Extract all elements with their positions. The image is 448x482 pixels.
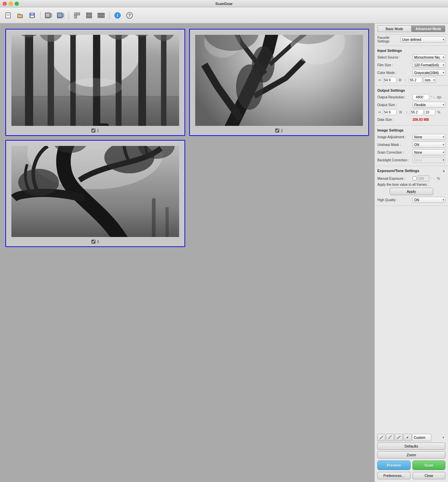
film-size-select[interactable]: 120 Format(6x6) (413, 62, 445, 68)
scan-button[interactable] (55, 10, 66, 21)
favorite-settings-select-wrapper: User defined (400, 36, 445, 43)
open-button[interactable] (15, 10, 25, 21)
select-source-select[interactable]: Monochrome Nega... (413, 54, 445, 60)
color-mode-row: Color Mode : Grayscale(16bit) (377, 69, 445, 76)
svg-rect-29 (100, 16, 102, 18)
unsharp-mask-wrapper: ON (413, 142, 445, 148)
resolution-stepper[interactable]: ⌃⌄ (430, 95, 435, 99)
frame-label-2: 2 (275, 129, 283, 133)
apply-button[interactable]: Apply (390, 188, 433, 195)
backlight-correction-select[interactable]: None (413, 157, 445, 163)
close-window-button[interactable] (3, 2, 7, 6)
unit-wrapper: mm (423, 77, 436, 83)
input-settings-section: Input Settings Select Source : Monochrom… (375, 46, 448, 86)
svg-rect-26 (100, 13, 102, 15)
frame-checkbox-3[interactable] (91, 240, 95, 244)
width-icon: ⇔ (377, 78, 382, 82)
output-height-field[interactable] (410, 109, 424, 115)
output-width-field[interactable] (383, 109, 396, 115)
scan-preview-button[interactable] (43, 10, 54, 21)
curve-linear-button[interactable] (377, 434, 385, 441)
image-adjustment-wrapper: None (413, 134, 445, 140)
close-button[interactable]: Close (413, 472, 446, 479)
grid-view-button[interactable] (84, 10, 94, 21)
color-mode-select[interactable]: Grayscale(16bit) (413, 70, 445, 76)
manual-exposure-row: Manual Exposure : ⌃⌄ % (377, 175, 445, 182)
image-settings-section: Image Settings Image Adjustment : None U… (375, 126, 448, 166)
curve-point-button[interactable] (403, 434, 412, 441)
custom-select-wrapper: Custom (412, 434, 445, 441)
image-adjustment-select[interactable]: None (413, 134, 445, 140)
favorite-settings-select[interactable]: User defined (400, 36, 445, 43)
main-layout: 1 (0, 23, 448, 482)
exposure-header: Exposure/Tone Settings ▲ (377, 167, 445, 174)
help-button[interactable]: ? (124, 10, 135, 21)
panel-spacer (375, 206, 448, 341)
maximize-window-button[interactable] (15, 2, 19, 6)
svg-text:?: ? (128, 13, 131, 18)
exposure-collapse-button[interactable]: ▲ (442, 169, 445, 172)
unsharp-mask-select[interactable]: ON (413, 142, 445, 148)
scan-button[interactable]: Scan (413, 461, 446, 470)
resolution-field[interactable] (413, 94, 429, 100)
output-settings-header: Output Settings (377, 88, 445, 92)
svg-point-67 (18, 169, 59, 196)
frame-label-1: 1 (91, 129, 99, 133)
output-scale-field[interactable] (425, 109, 435, 115)
backlight-correction-label: Backlight Correction : (377, 158, 413, 162)
high-quality-row: High Quality : ON (377, 196, 445, 203)
info-button[interactable]: i (112, 10, 123, 21)
title-bar: ScanGear (0, 0, 448, 7)
frame-checkbox-1[interactable] (91, 129, 95, 133)
svg-rect-12 (74, 13, 77, 15)
svg-rect-21 (86, 13, 89, 15)
exposure-header-label: Exposure/Tone Settings (377, 169, 419, 173)
manual-exposure-stepper[interactable]: ⌃⌄ (430, 177, 435, 180)
dpi-unit: dpi (437, 95, 441, 99)
out-width-icon: ⇔ (377, 110, 382, 114)
svg-rect-38 (25, 35, 33, 126)
mode-buttons: Basic Mode Advanced Mode (375, 23, 448, 34)
basic-mode-button[interactable]: Basic Mode (377, 25, 412, 32)
frame-checkbox-2[interactable] (275, 129, 279, 133)
svg-line-14 (76, 13, 76, 14)
window-controls[interactable] (3, 2, 19, 6)
input-height-field[interactable] (409, 77, 422, 83)
save-button[interactable] (27, 10, 38, 21)
preview-button[interactable]: Preview (377, 461, 410, 470)
multipage-view-button[interactable] (96, 10, 106, 21)
frame-image-3 (11, 146, 179, 237)
zoom-button[interactable]: Zoom (377, 451, 445, 459)
unit-select[interactable]: mm (423, 77, 436, 83)
defaults-button[interactable]: Defaults (377, 443, 445, 450)
unsharp-mask-label: Unsharp Mask : (377, 143, 413, 147)
frame-cell-3[interactable]: 3 (5, 140, 185, 247)
manual-exposure-field[interactable] (418, 175, 429, 181)
svg-rect-8 (51, 13, 52, 17)
output-size-select[interactable]: Flexible (413, 102, 445, 108)
svg-rect-44 (161, 35, 166, 126)
select-source-row: Select Source : Monochrome Nega... (377, 54, 445, 61)
grain-correction-select[interactable]: None (413, 149, 445, 155)
checkbox-view-button[interactable] (72, 10, 82, 21)
favorite-settings-label: Favorite Settings (377, 36, 400, 43)
custom-select[interactable]: Custom (412, 434, 431, 441)
exposure-section: Exposure/Tone Settings ▲ Manual Exposure… (375, 166, 448, 206)
curve-gamma-button[interactable] (386, 434, 394, 441)
film-size-label: Film Size : (377, 63, 413, 67)
advanced-mode-button[interactable]: Advanced Mode (412, 25, 446, 32)
frame-cell-1[interactable]: 1 (5, 29, 185, 136)
input-width-field[interactable] (383, 77, 396, 83)
film-size-wrapper: 120 Format(6x6) (413, 62, 445, 68)
minimize-window-button[interactable] (9, 2, 13, 6)
curve-spline-button[interactable] (395, 434, 403, 441)
manual-exposure-checkbox[interactable] (413, 176, 417, 180)
high-quality-select[interactable]: ON (413, 197, 445, 203)
output-settings-section: Output Settings Output Resolution : ⌃⌄ d… (375, 86, 448, 126)
preferences-button[interactable]: Preferences... (377, 472, 410, 479)
image-adjustment-label: Image Adjustment : (377, 135, 413, 139)
input-dimensions-row: ⇔ ⛓ ↕ mm (377, 77, 445, 83)
output-size-row: Output Size : Flexible (377, 101, 445, 108)
new-button[interactable] (3, 10, 13, 21)
frame-cell-2[interactable]: 2 (189, 29, 369, 136)
